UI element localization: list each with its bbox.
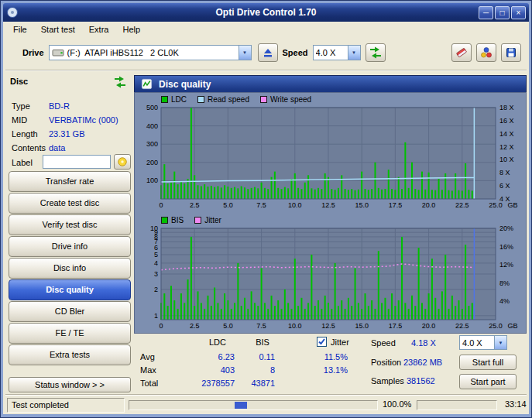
speed-select[interactable]: 4.0 X ▼ [313, 45, 361, 60]
disc-quality-icon [141, 78, 153, 90]
sidebar-item-drive-info[interactable]: Drive info [9, 236, 131, 257]
page-title-bar: Disc quality [134, 75, 527, 92]
statusbar: Test completed 100.0% 33:14 [3, 396, 529, 416]
drive-select-value: (F:) ATAPI iHBS112 2 CL0K [67, 48, 239, 57]
svg-text:10.0: 10.0 [288, 322, 302, 330]
save-button[interactable] [501, 43, 521, 62]
samples-stat-value: 381562 [407, 376, 435, 385]
chevron-down-icon[interactable]: ▼ [239, 46, 251, 60]
erase-disc-button[interactable] [451, 43, 472, 62]
drive-label: Drive [22, 48, 44, 57]
eject-button[interactable] [258, 43, 278, 62]
jitter-swatch [194, 217, 201, 224]
bis-chart-legend: BISJitter [161, 216, 221, 224]
length-value: 23.31 GB [49, 129, 84, 139]
total-bis-value: 43871 [236, 379, 275, 388]
svg-text:8 X: 8 X [499, 169, 510, 176]
svg-text:15.0: 15.0 [355, 201, 369, 209]
menubar: File Start test Extra Help [3, 22, 529, 37]
sidebar-item-transfer-rate[interactable]: Transfer rate [9, 171, 131, 192]
sidebar-item-verify-test-disc[interactable]: Verify test disc [9, 214, 131, 235]
menu-start-test[interactable]: Start test [34, 23, 82, 36]
avg-ldc-value: 6.23 [191, 352, 235, 361]
close-button[interactable]: × [511, 6, 526, 19]
sidebar: Disc Type BD-R MID VERBATIMc (000) Lengt… [7, 75, 132, 394]
jitter-checkbox[interactable] [317, 337, 327, 347]
bis-jitter-chart: 1098765432120%16%12%8%4%02.55.07.510.012… [135, 226, 527, 332]
test-speed-select[interactable]: 4.0 X ▼ [459, 335, 507, 350]
svg-text:18 X: 18 X [499, 105, 514, 111]
menu-help[interactable]: Help [115, 23, 147, 36]
svg-text:20%: 20% [499, 226, 513, 232]
svg-text:16 X: 16 X [499, 117, 514, 125]
minimize-button[interactable]: ─ [479, 6, 493, 19]
menu-extra[interactable]: Extra [82, 23, 116, 36]
speed-label: Speed [283, 48, 308, 57]
refresh-speeds-button[interactable] [366, 43, 386, 62]
legend-item: Jitter [194, 216, 221, 224]
avg-jitter-value: 11.5% [311, 352, 348, 361]
ldc-chart-legend: LDCRead speedWrite speed [161, 95, 311, 104]
svg-text:GB: GB [507, 322, 517, 330]
length-label: Length [12, 129, 38, 139]
sidebar-item-extra-tests[interactable]: Extra tests [9, 344, 131, 365]
toolbar: Drive (F:) ATAPI iHBS112 2 CL0K ▼ Speed … [3, 37, 529, 68]
svg-text:2: 2 [154, 286, 158, 293]
start-full-button[interactable]: Start full [459, 355, 517, 370]
sidebar-item-disc-info[interactable]: Disc info [9, 258, 131, 279]
svg-text:500: 500 [146, 105, 158, 111]
chevron-down-icon[interactable]: ▼ [348, 46, 360, 60]
svg-text:22.5: 22.5 [455, 322, 469, 330]
svg-text:200: 200 [146, 159, 158, 166]
contents-label: Contents [12, 143, 46, 152]
app-window: Opti Drive Control 1.70 ─ □ × File Start… [0, 0, 532, 418]
mid-value: VERBATIMc (000) [49, 115, 118, 125]
svg-text:12.5: 12.5 [321, 322, 335, 330]
status-window-button[interactable]: Status window > > [9, 377, 131, 392]
page-title: Disc quality [159, 79, 211, 90]
contents-value: data [49, 143, 65, 152]
svg-text:14 X: 14 X [499, 130, 514, 138]
label-edit-button[interactable] [114, 154, 131, 170]
svg-text:17.5: 17.5 [389, 322, 403, 330]
svg-text:2.5: 2.5 [190, 201, 200, 209]
speed-stat-label: Speed [371, 338, 396, 348]
jitter-checkbox-label: Jitter [331, 337, 349, 347]
sidebar-item-cd-bler[interactable]: CD Bler [9, 301, 131, 322]
window-title: Opti Drive Control 1.70 [3, 7, 529, 18]
svg-text:25.0: 25.0 [489, 201, 503, 209]
bis-swatch [161, 217, 168, 224]
label-input[interactable] [43, 155, 111, 169]
legend-item: BIS [161, 216, 184, 224]
ldc-swatch [161, 96, 168, 103]
chevron-down-icon[interactable]: ▼ [494, 336, 506, 350]
legend-item: Write speed [260, 95, 311, 104]
options-button[interactable] [476, 43, 496, 62]
total-row-label: Total [140, 379, 158, 388]
svg-text:20.0: 20.0 [422, 201, 436, 209]
svg-text:300: 300 [146, 140, 158, 148]
svg-text:0: 0 [159, 201, 163, 209]
position-stat-value: 23862 MB [403, 358, 442, 367]
max-row-label: Max [140, 365, 156, 375]
svg-text:10.0: 10.0 [288, 201, 302, 209]
sidebar-item-disc-quality[interactable]: Disc quality [9, 279, 131, 300]
drive-select[interactable]: (F:) ATAPI iHBS112 2 CL0K ▼ [49, 45, 252, 60]
svg-text:GB: GB [507, 201, 517, 209]
samples-stat-label: Samples [371, 376, 404, 385]
secondary-progress-bar [417, 400, 497, 410]
svg-text:7.5: 7.5 [256, 322, 266, 330]
sidebar-item-fe-te[interactable]: FE / TE [9, 323, 131, 344]
sidebar-item-create-test-disc[interactable]: Create test disc [9, 193, 131, 214]
menu-file[interactable]: File [6, 23, 34, 36]
ldc-read-speed-chart: 50040030020010018 X16 X14 X12 X10 X8 X6 … [135, 105, 527, 211]
refresh-disc-icon[interactable] [114, 76, 126, 90]
label-caption: Label [12, 158, 33, 167]
start-part-button[interactable]: Start part [459, 374, 517, 389]
svg-text:7.5: 7.5 [256, 201, 266, 209]
svg-text:25.0: 25.0 [489, 322, 503, 330]
svg-text:0: 0 [159, 322, 163, 330]
status-message: Test completed [7, 398, 125, 413]
maximize-button[interactable]: □ [495, 6, 510, 19]
drive-icon [52, 46, 64, 59]
